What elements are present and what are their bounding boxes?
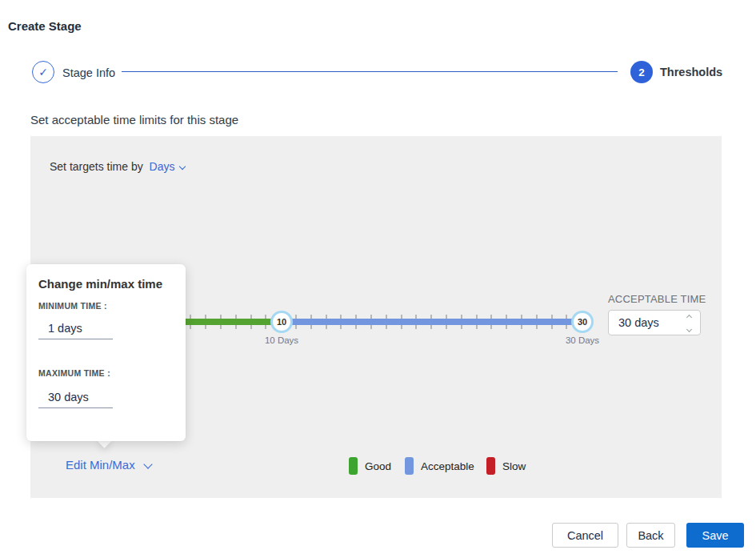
section-heading: Set acceptable time limits for this stag… [30, 113, 238, 126]
time-unit-dropdown[interactable]: Days [150, 160, 175, 173]
page-title: Create Stage [8, 19, 82, 33]
create-stage-dialog: Create Stage ✓ Stage Info 2 Thresholds S… [0, 0, 756, 558]
edit-minmax-label: Edit Min/Max [66, 458, 135, 472]
step-number: 2 [638, 66, 645, 78]
check-icon: ✓ [38, 66, 48, 78]
legend-swatch-acceptable [405, 457, 414, 475]
slider-handle-min[interactable]: 10 [270, 311, 293, 333]
popover-title: Change min/max time [38, 277, 162, 291]
maximum-time-label: MAXIMUM TIME : [38, 368, 110, 378]
legend-swatch-slow [486, 457, 495, 475]
stepper-connector [122, 71, 618, 72]
minimum-time-label: MINIMUM TIME : [38, 301, 107, 311]
save-button[interactable]: Save [686, 523, 744, 548]
legend-swatch-good [349, 457, 358, 475]
slider-handle-max[interactable]: 30 [571, 311, 594, 333]
spinner-up-icon[interactable] [686, 315, 691, 320]
acceptable-time-label: ACCEPTABLE TIME [608, 293, 706, 305]
slider-handle-max-value: 30 [578, 317, 587, 327]
set-targets-label: Set targets time by [50, 160, 143, 173]
edit-minmax-link[interactable]: Edit Min/Max [66, 458, 151, 472]
set-targets-row: Set targets time by Days [50, 160, 185, 173]
minimum-time-input[interactable] [38, 317, 113, 339]
slider-max-label: 30 Days [558, 335, 606, 345]
acceptable-time-stepper [685, 315, 693, 331]
back-button[interactable]: Back [626, 523, 675, 548]
step-thresholds-label[interactable]: Thresholds [660, 66, 722, 78]
spinner-down-icon[interactable] [686, 327, 691, 332]
chevron-down-icon [143, 460, 152, 468]
slider-min-label: 10 Days [258, 335, 306, 345]
maximum-time-input[interactable] [38, 386, 113, 408]
legend-label-acceptable: Acceptable [421, 460, 474, 472]
chevron-down-icon[interactable] [178, 163, 185, 170]
legend-label-slow: Slow [502, 460, 526, 472]
cancel-button[interactable]: Cancel [552, 523, 618, 548]
slider-handle-min-value: 10 [277, 317, 286, 327]
legend-label-good: Good [365, 460, 391, 472]
step-stage-info-circle[interactable]: ✓ [32, 61, 54, 83]
step-stage-info-label[interactable]: Stage Info [62, 66, 115, 79]
minmax-popover: Change min/max time MINIMUM TIME : MAXIM… [26, 264, 186, 441]
slider-track-acceptable[interactable] [282, 319, 592, 325]
step-thresholds-circle[interactable]: 2 [630, 61, 653, 83]
acceptable-time-field [608, 310, 701, 335]
